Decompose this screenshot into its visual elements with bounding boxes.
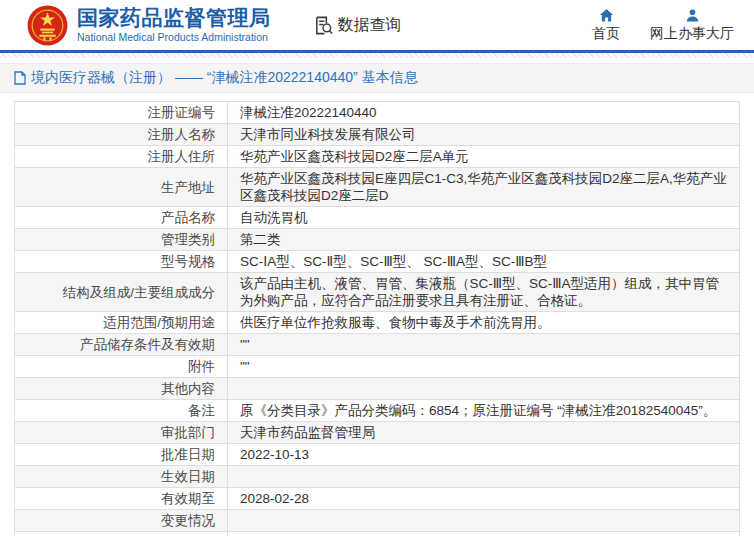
home-icon (599, 8, 614, 23)
row-label: 注册人名称 (15, 124, 228, 146)
org-name-zh: 国家药品监督管理局 (77, 6, 271, 29)
table-row: 产品储存条件及有效期"" (15, 334, 740, 356)
nav-item-service-hall[interactable]: 网上办事大厅 (650, 8, 734, 43)
row-value: 自动洗胃机 (228, 207, 740, 229)
row-label: 产品名称 (15, 207, 228, 229)
row-label: 审批部门 (15, 422, 228, 444)
row-value: 供医疗单位作抢救服毒、食物中毒及手术前洗胃用。 (228, 312, 740, 334)
row-label: 注册人住所 (15, 146, 228, 168)
row-label: 有效期至 (15, 488, 228, 510)
row-label: 结构及组成/主要组成成分 (15, 273, 228, 312)
row-value: 该产品由主机、液管、胃管、集液瓶（SC-Ⅲ型、SC-ⅢA型适用）组成，其中胃管为… (228, 273, 740, 312)
row-label: 管理类别 (15, 229, 228, 251)
row-value: "" (228, 334, 740, 356)
row-label: 产品储存条件及有效期 (15, 334, 228, 356)
row-value: 详情 (228, 532, 740, 536)
row-value: 津械注准20222140440 (228, 102, 740, 124)
table-row: 变更情况 (15, 510, 740, 532)
site-header: 国家药品监督管理局 National Medical Products Admi… (0, 0, 754, 53)
table-row: 型号规格SC-ⅠA型、SC-Ⅱ型、SC-Ⅲ型、 SC-ⅢA型、SC-ⅢB型 (15, 251, 740, 273)
row-value: 天津市同业科技发展有限公司 (228, 124, 740, 146)
row-label: 变更情况 (15, 510, 228, 532)
table-row: 审批部门天津市药品监督管理局 (15, 422, 740, 444)
row-label: 注 (15, 532, 228, 536)
table-row: 附件"" (15, 356, 740, 378)
row-label: 注册证编号 (15, 102, 228, 124)
row-value: 天津市药品监督管理局 (228, 422, 740, 444)
row-value: SC-ⅠA型、SC-Ⅱ型、SC-Ⅲ型、 SC-ⅢA型、SC-ⅢB型 (228, 251, 740, 273)
table-row: 结构及组成/主要组成成分该产品由主机、液管、胃管、集液瓶（SC-Ⅲ型、SC-ⅢA… (15, 273, 740, 312)
nav-item-label: 网上办事大厅 (650, 25, 734, 43)
table-row: 管理类别第二类 (15, 229, 740, 251)
table-row: 生产地址华苑产业区鑫茂科技园E座四层C1-C3,华苑产业区鑫茂科技园D2座二层A… (15, 168, 740, 207)
table-row: 批准日期2022-10-13 (15, 444, 740, 466)
row-label: 附件 (15, 356, 228, 378)
row-label: 适用范围/预期用途 (15, 312, 228, 334)
table-row: 生效日期 (15, 466, 740, 488)
table-row: 产品名称自动洗胃机 (15, 207, 740, 229)
breadcrumb-text: 境内医疗器械（注册） —— “津械注准20222140440” 基本信息 (31, 69, 418, 87)
data-query-button[interactable]: 数据查询 (313, 15, 402, 36)
table-row: 其他内容 (15, 378, 740, 400)
table-row: 注册人住所华苑产业区鑫茂科技园D2座二层A单元 (15, 146, 740, 168)
org-title-block: 国家药品监督管理局 National Medical Products Admi… (77, 6, 271, 44)
row-value: 2022-10-13 (228, 444, 740, 466)
row-value (228, 378, 740, 400)
row-value: "" (228, 356, 740, 378)
row-label: 其他内容 (15, 378, 228, 400)
row-label: 批准日期 (15, 444, 228, 466)
row-value: 第二类 (228, 229, 740, 251)
table-row-note: 注 详情 (15, 532, 740, 536)
row-label: 备注 (15, 400, 228, 422)
breadcrumb: 境内医疗器械（注册） —— “津械注准20222140440” 基本信息 (0, 63, 754, 93)
row-value (228, 466, 740, 488)
row-value: 华苑产业区鑫茂科技园D2座二层A单元 (228, 146, 740, 168)
row-label: 型号规格 (15, 251, 228, 273)
document-icon (14, 71, 26, 85)
user-icon (685, 8, 700, 23)
row-label: 生产地址 (15, 168, 228, 207)
table-row: 备注原《分类目录》产品分类编码：6854；原注册证编号 “津械注准2018254… (15, 400, 740, 422)
table-row: 注册证编号津械注准20222140440 (15, 102, 740, 124)
nav-item-label: 首页 (592, 25, 620, 43)
row-value: 原《分类目录》产品分类编码：6854；原注册证编号 “津械注准201825400… (228, 400, 740, 422)
row-value: 华苑产业区鑫茂科技园E座四层C1-C3,华苑产业区鑫茂科技园D2座二层A,华苑产… (228, 168, 740, 207)
org-name-en: National Medical Products Administration (77, 32, 271, 44)
table-row: 注册人名称天津市同业科技发展有限公司 (15, 124, 740, 146)
document-search-icon (313, 15, 334, 36)
header-nav: 首页 网上办事大厅 (592, 8, 734, 43)
data-query-label: 数据查询 (338, 15, 402, 36)
nav-item-home[interactable]: 首页 (592, 8, 620, 43)
header-divider-texture (0, 53, 754, 58)
national-emblem-logo (27, 5, 68, 46)
table-row: 适用范围/预期用途供医疗单位作抢救服毒、食物中毒及手术前洗胃用。 (15, 312, 740, 334)
row-value: 2028-02-28 (228, 488, 740, 510)
row-value (228, 510, 740, 532)
registration-detail-table: 注册证编号津械注准20222140440 注册人名称天津市同业科技发展有限公司 … (14, 101, 740, 536)
row-label: 生效日期 (15, 466, 228, 488)
table-row: 有效期至2028-02-28 (15, 488, 740, 510)
